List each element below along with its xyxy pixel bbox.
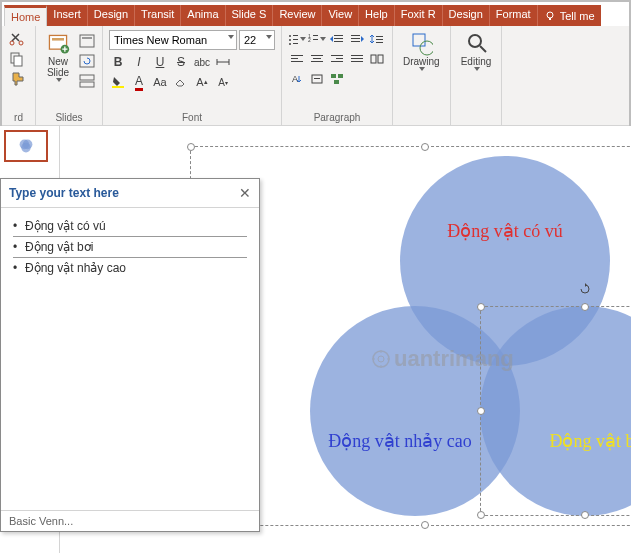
tab-review[interactable]: Review bbox=[273, 5, 322, 26]
tab-insert[interactable]: Insert bbox=[47, 5, 88, 26]
slide-canvas-area[interactable]: Động vật có vú Động vật nhảy cao Động vậ… bbox=[60, 126, 631, 553]
font-name-select[interactable]: Times New Roman bbox=[109, 30, 237, 50]
editing-button[interactable]: Editing bbox=[457, 30, 496, 73]
justify-button[interactable] bbox=[348, 50, 366, 68]
venn-thumb-icon bbox=[18, 138, 34, 154]
tab-transitions[interactable]: Transit bbox=[135, 5, 181, 26]
shadow-button[interactable]: abc bbox=[193, 53, 211, 71]
svg-rect-33 bbox=[376, 42, 383, 43]
layout-button[interactable] bbox=[78, 32, 96, 50]
underline-button[interactable]: U bbox=[151, 53, 169, 71]
shapes-icon bbox=[409, 30, 433, 58]
copy-button[interactable] bbox=[8, 50, 26, 68]
decrease-indent-button[interactable] bbox=[328, 30, 346, 48]
text-direction-button[interactable]: A bbox=[288, 70, 306, 88]
tab-animations[interactable]: Anima bbox=[181, 5, 225, 26]
svg-rect-47 bbox=[378, 55, 383, 63]
svg-point-19 bbox=[289, 43, 291, 45]
char-spacing-button[interactable] bbox=[214, 53, 232, 71]
chevron-down-icon bbox=[474, 67, 480, 71]
svg-rect-26 bbox=[334, 38, 343, 39]
change-case-button[interactable]: Aa bbox=[151, 73, 169, 91]
highlight-icon bbox=[111, 75, 125, 89]
svg-rect-45 bbox=[351, 61, 363, 62]
align-right-icon bbox=[330, 53, 344, 65]
svg-rect-20 bbox=[293, 43, 298, 44]
svg-rect-30 bbox=[351, 41, 360, 42]
bold-button[interactable]: B bbox=[109, 53, 127, 71]
format-painter-button[interactable] bbox=[8, 70, 26, 88]
text-pane-item[interactable]: Động vật nhảy cao bbox=[13, 258, 247, 278]
text-pane-item[interactable]: Động vật có vú bbox=[13, 216, 247, 236]
svg-rect-11 bbox=[80, 55, 94, 67]
svg-rect-18 bbox=[293, 39, 298, 40]
svg-rect-38 bbox=[313, 58, 321, 59]
slides-group-label: Slides bbox=[42, 110, 96, 123]
workspace: Động vật có vú Động vật nhảy cao Động vậ… bbox=[0, 126, 631, 553]
align-right-button[interactable] bbox=[328, 50, 346, 68]
section-button[interactable] bbox=[78, 72, 96, 90]
smartart-button[interactable] bbox=[328, 70, 346, 88]
new-slide-icon bbox=[46, 30, 70, 58]
svg-rect-1 bbox=[549, 18, 551, 20]
cut-button[interactable] bbox=[8, 30, 26, 48]
close-icon[interactable]: ✕ bbox=[239, 185, 251, 201]
tab-view[interactable]: View bbox=[322, 5, 359, 26]
tab-foxit[interactable]: Foxit R bbox=[395, 5, 443, 26]
venn-diagram[interactable]: Động vật có vú Động vật nhảy cao Động vậ… bbox=[310, 156, 631, 526]
tab-design[interactable]: Design bbox=[88, 5, 135, 26]
bullets-button[interactable] bbox=[288, 30, 306, 48]
svg-rect-44 bbox=[351, 58, 363, 59]
smartart-icon bbox=[330, 73, 344, 85]
text-pane-item[interactable]: Động vật bơi bbox=[13, 236, 247, 258]
highlight-button[interactable] bbox=[109, 73, 127, 91]
spacing-icon bbox=[216, 56, 230, 68]
svg-rect-27 bbox=[334, 41, 343, 42]
svg-text:1: 1 bbox=[308, 33, 311, 39]
svg-rect-32 bbox=[376, 39, 383, 40]
svg-rect-25 bbox=[334, 35, 343, 36]
drawing-button[interactable]: Drawing bbox=[399, 30, 444, 73]
tab-design2[interactable]: Design bbox=[443, 5, 490, 26]
text-pane-title: Type your text here bbox=[9, 186, 119, 200]
increase-indent-button[interactable] bbox=[348, 30, 366, 48]
tell-me-search[interactable]: Tell me bbox=[538, 5, 601, 26]
outdent-icon bbox=[330, 33, 344, 45]
lightbulb-icon bbox=[544, 10, 556, 22]
justify-icon bbox=[350, 53, 364, 65]
columns-button[interactable] bbox=[368, 50, 386, 68]
svg-text:A: A bbox=[292, 74, 298, 84]
italic-button[interactable]: I bbox=[130, 53, 148, 71]
svg-point-15 bbox=[289, 35, 291, 37]
reset-button[interactable] bbox=[78, 52, 96, 70]
smartart-text-pane[interactable]: Type your text here ✕ Động vật có vú Độn… bbox=[0, 178, 260, 532]
chevron-down-icon bbox=[56, 78, 62, 82]
svg-rect-7 bbox=[52, 38, 64, 41]
slide-thumbnail-1[interactable] bbox=[4, 130, 48, 162]
chevron-down-icon bbox=[266, 35, 272, 39]
svg-rect-10 bbox=[82, 37, 92, 39]
clipboard-group-label: rd bbox=[8, 110, 29, 123]
numbering-button[interactable]: 12 bbox=[308, 30, 326, 48]
align-text-icon bbox=[310, 73, 324, 85]
svg-rect-16 bbox=[293, 35, 298, 36]
grow-font-button[interactable]: A▴ bbox=[193, 73, 211, 91]
copy-icon bbox=[9, 51, 25, 67]
font-color-button[interactable]: A bbox=[130, 73, 148, 91]
new-slide-button[interactable]: New Slide bbox=[42, 30, 74, 84]
svg-rect-52 bbox=[338, 74, 343, 78]
tab-home[interactable]: Home bbox=[4, 5, 47, 26]
tab-format[interactable]: Format bbox=[490, 5, 538, 26]
shrink-font-button[interactable]: A▾ bbox=[214, 73, 232, 91]
align-center-button[interactable] bbox=[308, 50, 326, 68]
align-center-icon bbox=[310, 53, 324, 65]
clear-format-button[interactable] bbox=[172, 73, 190, 91]
tab-help[interactable]: Help bbox=[359, 5, 395, 26]
align-left-button[interactable] bbox=[288, 50, 306, 68]
align-text-button[interactable] bbox=[308, 70, 326, 88]
strikethrough-button[interactable]: S bbox=[172, 53, 190, 71]
line-spacing-button[interactable] bbox=[368, 30, 386, 48]
font-size-select[interactable]: 22 bbox=[239, 30, 275, 50]
svg-rect-46 bbox=[371, 55, 376, 63]
tab-slideshow[interactable]: Slide S bbox=[226, 5, 274, 26]
